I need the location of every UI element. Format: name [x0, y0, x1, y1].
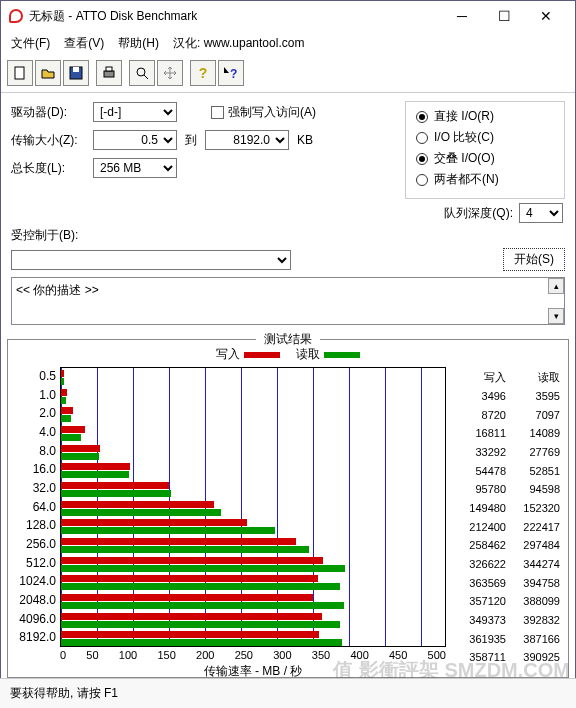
- force-write-label: 强制写入访问(A): [228, 104, 316, 121]
- force-write-checkbox[interactable]: [211, 106, 224, 119]
- xfer-size-label: 传输大小(Z):: [11, 132, 93, 149]
- overlap-io-radio[interactable]: [416, 153, 428, 165]
- zoom-button[interactable]: [129, 60, 155, 86]
- xfer-to-label: 到: [177, 132, 205, 149]
- write-column-header: 写入: [452, 367, 506, 387]
- write-legend-swatch: [244, 352, 280, 358]
- io-compare-radio[interactable]: [416, 132, 428, 144]
- queue-depth-select[interactable]: 4: [519, 203, 563, 223]
- context-help-button[interactable]: ?: [218, 60, 244, 86]
- queue-depth-label: 队列深度(Q):: [444, 205, 513, 222]
- svg-rect-3: [104, 71, 114, 77]
- scroll-up-button[interactable]: ▴: [548, 278, 564, 294]
- svg-line-6: [144, 75, 148, 79]
- menu-view[interactable]: 查看(V): [64, 35, 104, 52]
- neither-label: 两者都不(N): [434, 171, 499, 188]
- print-button[interactable]: [96, 60, 122, 86]
- new-button[interactable]: [7, 60, 33, 86]
- svg-rect-2: [73, 67, 79, 72]
- read-legend-label: 读取: [296, 347, 320, 361]
- open-button[interactable]: [35, 60, 61, 86]
- read-legend-swatch: [324, 352, 360, 358]
- close-button[interactable]: ✕: [525, 3, 567, 29]
- write-legend-label: 写入: [216, 347, 240, 361]
- description-box[interactable]: << 你的描述 >> ▴ ▾: [11, 277, 565, 325]
- controlled-by-select[interactable]: [11, 250, 291, 270]
- neither-radio[interactable]: [416, 174, 428, 186]
- results-title: 测试结果: [256, 331, 320, 348]
- svg-text:?: ?: [230, 67, 237, 80]
- xfer-unit: KB: [289, 133, 313, 147]
- minimize-button[interactable]: ─: [441, 3, 483, 29]
- overlap-io-label: 交叠 I/O(O): [434, 150, 495, 167]
- total-length-label: 总长度(L):: [11, 160, 93, 177]
- read-column-header: 读取: [506, 367, 560, 387]
- direct-io-label: 直接 I/O(R): [434, 108, 494, 125]
- direct-io-radio[interactable]: [416, 111, 428, 123]
- svg-rect-0: [15, 67, 24, 79]
- drive-select[interactable]: [-d-]: [93, 102, 177, 122]
- menu-file[interactable]: 文件(F): [11, 35, 50, 52]
- xfer-to-select[interactable]: 8192.0: [205, 130, 289, 150]
- total-length-select[interactable]: 256 MB: [93, 158, 177, 178]
- svg-rect-4: [106, 67, 112, 71]
- help-button[interactable]: ?: [190, 60, 216, 86]
- status-bar: 要获得帮助, 请按 F1: [0, 678, 576, 708]
- move-button[interactable]: [157, 60, 183, 86]
- svg-point-5: [137, 68, 145, 76]
- xfer-from-select[interactable]: 0.5: [93, 130, 177, 150]
- io-compare-label: I/O 比较(C): [434, 129, 494, 146]
- menu-localize: 汉化: www.upantool.com: [173, 35, 304, 52]
- scroll-down-button[interactable]: ▾: [548, 308, 564, 324]
- bar-chart: 0.51.02.04.08.016.032.064.0128.0256.0512…: [14, 367, 446, 667]
- save-button[interactable]: [63, 60, 89, 86]
- menu-help[interactable]: 帮助(H): [118, 35, 159, 52]
- controlled-by-label: 受控制于(B):: [11, 227, 93, 244]
- app-icon: [9, 9, 23, 23]
- drive-label: 驱动器(D):: [11, 104, 93, 121]
- window-title: 无标题 - ATTO Disk Benchmark: [29, 8, 441, 25]
- maximize-button[interactable]: ☐: [483, 3, 525, 29]
- start-button[interactable]: 开始(S): [503, 248, 565, 271]
